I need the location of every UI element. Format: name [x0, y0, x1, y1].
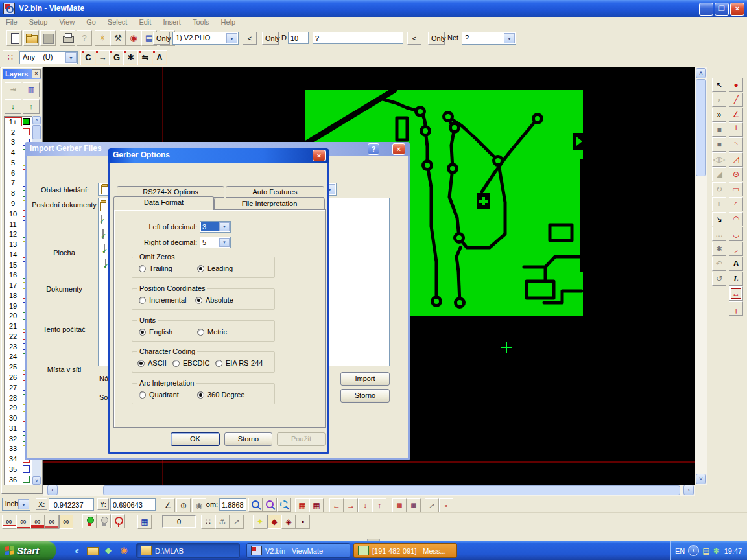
gerber-file-icon[interactable] [102, 229, 104, 239]
layer-hide-icon[interactable]: ⇥ [5, 82, 21, 97]
fill2-tool-icon[interactable]: ■ [712, 137, 726, 152]
gerber-file-icon[interactable] [101, 215, 102, 224]
print-icon[interactable] [60, 30, 75, 46]
aperture-g-icon[interactable]: G [109, 50, 124, 65]
angle-icon[interactable]: ∠ [161, 498, 175, 513]
layer-color-swatch[interactable] [23, 476, 30, 483]
scroll-down-icon[interactable]: ˅ [696, 474, 706, 484]
scroll-up-icon[interactable]: ˄ [696, 68, 706, 78]
only-dcode-button[interactable]: Only [262, 32, 279, 45]
stretch-icon[interactable]: ↗ [230, 515, 244, 529]
radio-option[interactable]: Trailing [139, 264, 172, 272]
polyline-tool-icon[interactable]: ∠ [729, 108, 743, 122]
anchor-icon[interactable]: ⚓ [215, 515, 230, 529]
help-icon[interactable]: ? [368, 143, 379, 155]
aperture-text-icon[interactable]: A [152, 50, 167, 65]
arc-line-tool-icon[interactable]: ◜ [729, 197, 743, 211]
ie-icon[interactable]: e [71, 544, 83, 556]
aperture-move-icon[interactable]: → [95, 50, 110, 65]
book-icon[interactable]: ◆ [102, 544, 114, 556]
y-coordinate[interactable] [110, 498, 156, 511]
grid-origin-icon[interactable]: ▦ [295, 498, 309, 513]
view-flashes-icon[interactable]: ∞ [30, 515, 45, 529]
layer-row[interactable]: 1+ [5, 117, 33, 127]
cancel-button[interactable]: Storno [340, 389, 390, 402]
step-repeat-tool-icon[interactable]: … [712, 227, 726, 241]
layers-scroll-thumb[interactable] [32, 125, 41, 139]
scroll-up-icon[interactable]: ˄ [32, 116, 41, 124]
view-prev-icon[interactable]: ▦ [392, 498, 407, 513]
zoom-window-icon[interactable] [263, 498, 277, 512]
clear-icon[interactable]: ◉ [126, 30, 141, 46]
radio-option[interactable]: ASCII [137, 359, 167, 367]
bend-tool-icon[interactable]: ┐ [729, 301, 743, 316]
aperture-c-icon[interactable]: C [80, 50, 96, 65]
dots-grid-icon[interactable]: ∷ [201, 515, 215, 529]
rotate-tool-icon[interactable]: ↻ [712, 182, 726, 196]
start-button[interactable]: Start [0, 541, 56, 560]
layer-color-swatch[interactable] [23, 128, 30, 135]
folder-shortcut-icon[interactable] [87, 547, 99, 555]
context-help-icon[interactable]: ? [77, 30, 92, 46]
zoom-value[interactable] [219, 498, 246, 511]
canvas-vertical-scrollbar[interactable]: ˄ ˅ [695, 67, 707, 485]
new-file-icon[interactable] [6, 30, 22, 46]
layer-row[interactable]: 2 [5, 127, 33, 137]
restore-button[interactable]: ❐ [715, 3, 729, 16]
close-button[interactable]: × [730, 3, 744, 16]
flash-mode4-icon[interactable]: ▪ [296, 515, 310, 529]
import-button[interactable]: Import [340, 372, 390, 386]
task-explorer[interactable]: D:\MLAB [136, 543, 240, 558]
unit-combo[interactable]: inch ▼ [2, 498, 30, 511]
dimension-tool-icon[interactable]: ↔ [729, 286, 743, 301]
fill-tool-icon[interactable]: ■ [712, 122, 726, 137]
canvas-horizontal-scrollbar[interactable]: ‹ › [43, 485, 695, 496]
pan-up-icon[interactable]: ↑ [372, 498, 386, 513]
place-recent-documents[interactable]: Poslední dokumenty [30, 200, 98, 209]
view-traces-icon[interactable]: ∞ [45, 515, 59, 529]
menu-file[interactable]: File [0, 17, 23, 27]
task-message[interactable]: [191-482-091] - Mess... [353, 543, 457, 558]
mirror-tool-icon[interactable]: ◁▷ [712, 152, 726, 167]
place-my-computer[interactable]: Tento počítač [30, 324, 98, 333]
circle-tool-icon[interactable]: ⊙ [729, 167, 743, 181]
minimize-button[interactable]: _ [699, 3, 713, 16]
firefox-icon[interactable]: ◉ [118, 544, 130, 556]
radio-option[interactable]: Incremental [139, 296, 186, 304]
view-lines-icon[interactable]: ∞ [16, 515, 30, 529]
place-desktop[interactable]: Plocha [30, 248, 98, 257]
prev-dcode-button[interactable]: < [407, 32, 421, 45]
apply-button[interactable]: Použít [277, 432, 326, 446]
open-file-icon[interactable] [23, 30, 39, 46]
dcode-input[interactable] [288, 32, 309, 44]
highlight-off-icon[interactable] [97, 514, 111, 528]
pan-down-icon[interactable]: ↓ [358, 498, 372, 513]
target-icon[interactable]: ⊕ [176, 498, 191, 513]
tab-file-interpretation[interactable]: File Interpretation [214, 198, 325, 209]
gerber-file-icon[interactable] [104, 244, 105, 253]
layer-down-icon[interactable]: ↓ [5, 99, 21, 114]
arc2-tool-icon[interactable]: ◠ [729, 212, 743, 226]
scroll-left-icon[interactable]: ‹ [47, 485, 58, 495]
layer-color-swatch[interactable] [23, 465, 30, 472]
view-all-icon[interactable]: ∞ [59, 515, 73, 529]
only-net-button[interactable]: Only [428, 32, 445, 45]
save-icon[interactable] [40, 30, 56, 46]
layer-row[interactable]: 36 [5, 474, 33, 485]
transfer-copy-tool-icon[interactable]: » [712, 108, 726, 122]
grid-icon[interactable]: ▦ [309, 498, 324, 513]
close-icon[interactable]: × [32, 69, 41, 78]
radio-option[interactable]: Quadrant [139, 391, 179, 399]
chevron-down-icon[interactable]: ▼ [65, 52, 77, 63]
scroll-right-icon[interactable]: › [683, 485, 694, 495]
chevron-down-icon[interactable]: ▼ [219, 222, 230, 231]
horizontal-scroll-thumb[interactable] [103, 485, 680, 495]
menu-view[interactable]: View [53, 17, 80, 27]
layer-select-combo[interactable]: 1) V2.PHO ▼ [172, 32, 239, 45]
select-area-icon[interactable]: ▫ [439, 498, 453, 513]
settings-gear-icon[interactable]: ✱ [712, 242, 726, 256]
gerber-file-icon[interactable] [105, 259, 106, 268]
line-tool-icon[interactable]: ╱ [729, 93, 743, 107]
prev-layer-button[interactable]: < [243, 32, 257, 45]
dcode-filter-input[interactable] [313, 32, 403, 44]
